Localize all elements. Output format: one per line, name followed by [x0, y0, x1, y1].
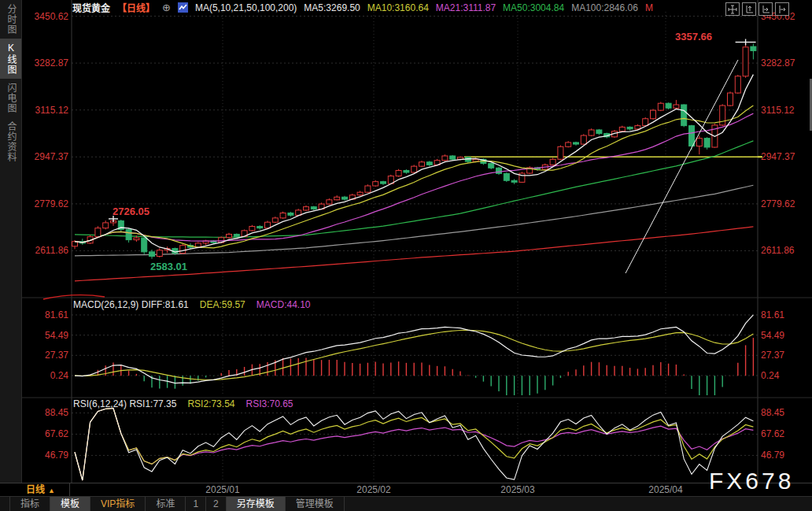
ma50-value: MA50:3004.84 [503, 2, 564, 13]
price-axis-label-right: 3282.87 [761, 57, 810, 69]
rsi-axis-label-right: 46.79 [761, 450, 810, 461]
ma200-value-truncated: M [645, 2, 653, 13]
add-indicator-icon[interactable]: ⊕ [162, 2, 171, 13]
rsi3-value: RSI3:70.65 [245, 398, 293, 409]
rsi-panel-header: RSI(6,12,24) RSI1:77.35 RSI2:73.54 RSI3:… [73, 398, 293, 409]
date-label-jan: 2025/01 [205, 484, 239, 495]
toolbar-save-template[interactable]: 另存模板 [227, 497, 286, 511]
price-axis-label-right: 2947.37 [761, 151, 810, 162]
fx678-watermark: FX678 [709, 468, 794, 494]
date-label-mar: 2025/03 [500, 484, 534, 495]
price-axis-label-left: 2611.86 [22, 245, 68, 256]
axis-pan-icon[interactable] [758, 2, 773, 16]
ma100-value: MA100:2846.06 [571, 2, 638, 13]
price-axis-label-left: 3115.12 [22, 105, 68, 116]
sidebar-tab-time-chart[interactable]: 分时图 [0, 0, 21, 39]
annotation-low-2583: 2583.01 [150, 261, 187, 272]
toolbar-standard[interactable]: 标准 [146, 497, 186, 511]
price-axis-label-left: 3450.62 [22, 11, 68, 22]
price-axis-label-left: 2947.37 [22, 151, 68, 162]
ma21-value: MA21:3111.87 [436, 2, 496, 13]
macd-axis-label-left: 54.49 [22, 330, 68, 341]
time-axis-row: 日线▲ 2025/01 2025/02 2025/03 2025/04 [0, 483, 812, 497]
sidebar-tab-contract-info[interactable]: 合约资料 [0, 117, 21, 166]
macd-panel-header: MACD(26,12,9) DIFF:81.61 DEA:59.57 MACD:… [73, 299, 311, 310]
macd-dea-value: DEA:59.57 [200, 299, 245, 310]
macd-macd-value: MACD:44.10 [257, 299, 311, 310]
bottom-toolbar: 指标 模板 VIP指标 标准 1 2 另存模板 管理模板 [0, 496, 812, 511]
macd-axis-label-right: 27.37 [761, 350, 810, 361]
toolbar-slot-1[interactable]: 1 [186, 497, 206, 511]
macd-axis-label-right: 54.49 [761, 330, 810, 341]
toolbar-indicators[interactable]: 指标 [9, 497, 50, 511]
toolbar-vip-indicators[interactable]: VIP指标 [90, 497, 146, 511]
price-axis-label-left: 3282.87 [22, 57, 68, 69]
macd-axis-label-left: 27.37 [22, 350, 68, 361]
trading-app-window: 分时图 K线图 闪电图 合约资料 现货黄金 【日线】 ⊕ MA(5,10,21,… [0, 0, 812, 511]
ma-settings-label: MA(5,10,21,50,100,200) [195, 2, 297, 13]
date-label-feb: 2025/02 [356, 484, 390, 495]
rsi-axis-label-left: 88.45 [22, 407, 68, 418]
ma5-value: MA5:3269.50 [304, 2, 360, 13]
symbol-name: 现货黄金 [72, 1, 110, 14]
dropdown-arrow-icon: ▲ [48, 487, 55, 494]
date-label-apr: 2025/04 [648, 484, 682, 495]
period-tag: 【日线】 [117, 1, 155, 14]
toolbar-slot-2[interactable]: 2 [206, 497, 227, 511]
chart-header: 现货黄金 【日线】 ⊕ MA(5,10,21,50,100,200) MA5:3… [72, 2, 653, 13]
macd-axis-label-right: 81.61 [761, 309, 810, 320]
price-axis-label-right: 2611.86 [761, 245, 810, 256]
toolbar-manage-templates[interactable]: 管理模板 [286, 497, 345, 511]
price-axis-label-right: 2779.62 [761, 198, 810, 209]
sidebar-tab-kline-chart[interactable]: K线图 [0, 39, 21, 79]
annotation-high-2726: 2726.05 [113, 206, 149, 217]
period-selector[interactable]: 日线▲ [0, 483, 70, 496]
macd-axis-label-left: 81.61 [22, 309, 68, 320]
macd-axis-label-right: 0.24 [761, 370, 810, 381]
chart-type-sidebar: 分时图 K线图 闪电图 合约资料 [0, 0, 22, 496]
rsi-axis-label-right: 88.45 [761, 407, 810, 418]
rsi-title-and-rsi1: RSI(6,12,24) RSI1:77.35 [73, 398, 176, 409]
chart-tool-icons [725, 2, 789, 16]
rsi-axis-label-left: 67.62 [22, 428, 68, 439]
shift-right-icon[interactable] [775, 2, 789, 16]
macd-axis-label-left: 0.24 [22, 370, 68, 381]
sidebar-tab-lightning-chart[interactable]: 闪电图 [0, 79, 21, 117]
rsi-axis-label-left: 46.79 [22, 450, 68, 461]
price-axis-label-left: 2779.62 [22, 198, 68, 209]
chart-canvas[interactable] [0, 0, 812, 511]
macd-title-and-diff: MACD(26,12,9) DIFF:81.61 [73, 299, 189, 310]
rsi-axis-label-right: 67.62 [761, 428, 810, 439]
axis-zoom-icon[interactable] [742, 2, 756, 16]
rsi2-value: RSI2:73.54 [187, 398, 234, 409]
price-axis-label-right: 3115.12 [761, 105, 810, 116]
crosshair-tool-icon[interactable] [725, 2, 740, 16]
chart-style-icon[interactable] [178, 2, 188, 13]
ma10-value: MA10:3160.64 [367, 2, 429, 13]
toolbar-templates[interactable]: 模板 [50, 497, 90, 511]
annotation-high-3357: 3357.66 [675, 31, 712, 43]
